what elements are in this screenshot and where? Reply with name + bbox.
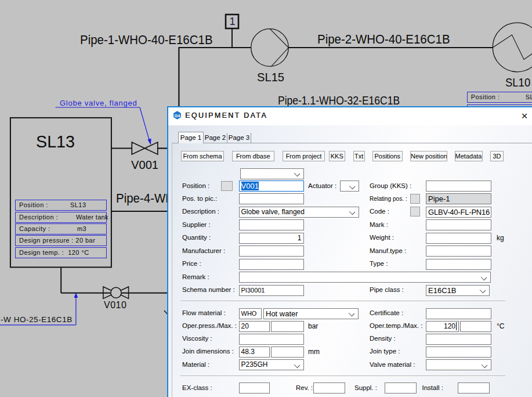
svg-text:G4: G4 (174, 113, 180, 118)
